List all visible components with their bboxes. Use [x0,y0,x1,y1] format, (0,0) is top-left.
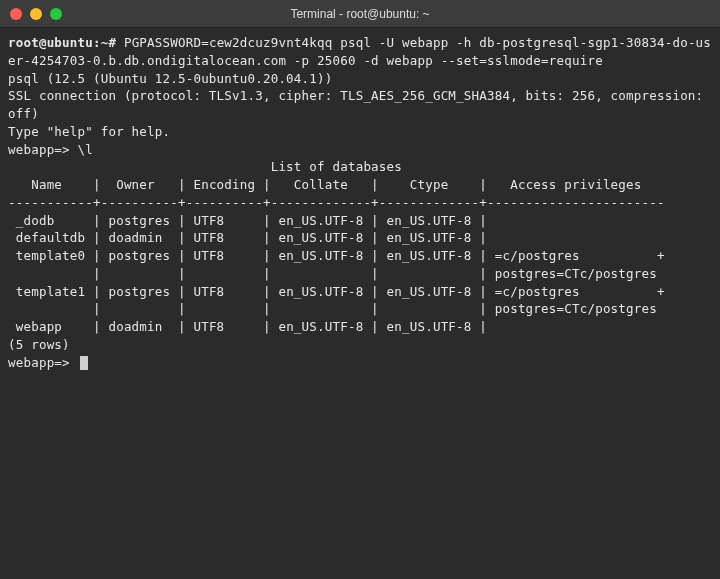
ssl-info: SSL connection (protocol: TLSv1.3, ciphe… [8,87,712,123]
psql-version: psql (12.5 (Ubuntu 12.5-0ubuntu0.20.04.1… [8,70,712,88]
close-icon[interactable] [10,8,22,20]
table-header: Name | Owner | Encoding | Collate | Ctyp… [8,176,712,194]
maximize-icon[interactable] [50,8,62,20]
psql-prompt: webapp=> [8,142,70,157]
table-row: defaultdb | doadmin | UTF8 | en_US.UTF-8… [8,229,712,247]
table-row: template1 | postgres | UTF8 | en_US.UTF-… [8,283,712,301]
cursor-icon [80,356,88,370]
table-row: _dodb | postgres | UTF8 | en_US.UTF-8 | … [8,212,712,230]
help-hint: Type "help" for help. [8,123,712,141]
terminal-output[interactable]: root@ubuntu:~# PGPASSWORD=cew2dcuz9vnt4k… [0,28,720,377]
window-controls [10,8,62,20]
psql-command: \l [78,142,93,157]
table-row: | | | | | postgres=CTc/postgres [8,265,712,283]
psql-prompt: webapp=> [8,355,70,370]
table-title: List of databases [8,158,712,176]
minimize-icon[interactable] [30,8,42,20]
shell-prompt-host: root@ubuntu:~# [8,35,116,50]
table-row: | | | | | postgres=CTc/postgres [8,300,712,318]
table-divider: -----------+----------+----------+------… [8,194,712,212]
window-title: Terminal - root@ubuntu: ~ [290,7,429,21]
table-row: template0 | postgres | UTF8 | en_US.UTF-… [8,247,712,265]
titlebar: Terminal - root@ubuntu: ~ [0,0,720,28]
row-count: (5 rows) [8,336,712,354]
table-row: webapp | doadmin | UTF8 | en_US.UTF-8 | … [8,318,712,336]
